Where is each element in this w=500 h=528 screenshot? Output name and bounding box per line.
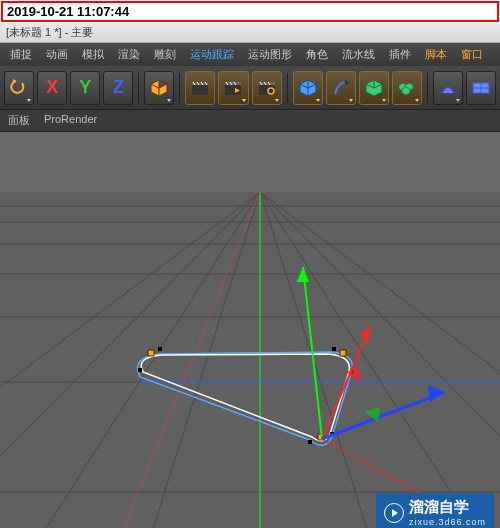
spline-button[interactable] xyxy=(326,71,356,105)
x-axis-icon: X xyxy=(46,77,58,98)
primitive-button[interactable] xyxy=(293,71,323,105)
watermark-title: 溜溜自学 xyxy=(409,498,469,515)
svg-rect-32 xyxy=(340,350,346,356)
array-icon xyxy=(396,77,418,99)
menu-hair[interactable]: 流水线 xyxy=(336,45,381,64)
environment-button[interactable] xyxy=(466,71,496,105)
reset-button[interactable] xyxy=(4,71,34,105)
svg-rect-36 xyxy=(332,347,336,351)
svg-rect-10 xyxy=(0,132,500,192)
svg-rect-31 xyxy=(148,350,154,356)
svg-rect-35 xyxy=(158,347,162,351)
clapboard-icon xyxy=(189,77,211,99)
menu-render[interactable]: 渲染 xyxy=(112,45,146,64)
z-axis-icon: Z xyxy=(113,77,124,98)
prorender-menu[interactable]: ProRender xyxy=(44,113,97,128)
timestamp-overlay: 2019-10-21 11:07:44 xyxy=(1,1,499,22)
menu-plugins[interactable]: 插件 xyxy=(383,45,417,64)
menu-motion-track[interactable]: 运动跟踪 xyxy=(184,45,240,64)
menu-sculpt[interactable]: 雕刻 xyxy=(148,45,182,64)
cube-icon xyxy=(148,77,170,99)
viewport-3d[interactable]: 溜溜自学 zixue.3d66.com xyxy=(0,132,500,528)
svg-rect-34 xyxy=(138,368,142,372)
render-region-button[interactable] xyxy=(218,71,248,105)
undo-icon xyxy=(8,77,30,99)
menu-script[interactable]: 脚本 xyxy=(419,45,453,64)
z-axis-button[interactable]: Z xyxy=(103,71,133,105)
floor-icon xyxy=(470,77,492,99)
y-axis-button[interactable]: Y xyxy=(70,71,100,105)
subdiv-icon xyxy=(363,77,385,99)
viewport-scene xyxy=(0,132,500,528)
deformer-button[interactable] xyxy=(433,71,463,105)
render-settings-button[interactable] xyxy=(252,71,282,105)
play-icon xyxy=(384,503,404,523)
pen-icon xyxy=(330,77,352,99)
bend-icon xyxy=(437,77,459,99)
viewport-menu-bar: 面板 ProRender xyxy=(0,110,500,132)
menu-character[interactable]: 角色 xyxy=(300,45,334,64)
svg-rect-0 xyxy=(192,85,208,95)
render-view-button[interactable] xyxy=(185,71,215,105)
array-button[interactable] xyxy=(392,71,422,105)
cube-primitive-icon xyxy=(297,77,319,99)
clapboard-gear-icon xyxy=(256,77,278,99)
window-title: [未标题 1 *] - 主要 xyxy=(0,23,500,43)
main-toolbar: X Y Z xyxy=(0,66,500,110)
watermark: 溜溜自学 zixue.3d66.com xyxy=(376,493,494,528)
menu-simulate[interactable]: 模拟 xyxy=(76,45,110,64)
menu-window[interactable]: 窗口 xyxy=(455,45,489,64)
menu-capture[interactable]: 捕捉 xyxy=(4,45,38,64)
menu-bar: 捕捉 动画 模拟 渲染 雕刻 运动跟踪 运动图形 角色 流水线 插件 脚本 窗口 xyxy=(0,43,500,66)
svg-rect-38 xyxy=(308,440,312,444)
clapboard-play-icon xyxy=(222,77,244,99)
y-axis-icon: Y xyxy=(79,77,91,98)
coord-system-button[interactable] xyxy=(144,71,174,105)
x-axis-button[interactable]: X xyxy=(37,71,67,105)
generator-button[interactable] xyxy=(359,71,389,105)
watermark-url: zixue.3d66.com xyxy=(409,517,486,527)
menu-motion-graphics[interactable]: 运动图形 xyxy=(242,45,298,64)
menu-animate[interactable]: 动画 xyxy=(40,45,74,64)
panel-menu[interactable]: 面板 xyxy=(8,113,30,128)
